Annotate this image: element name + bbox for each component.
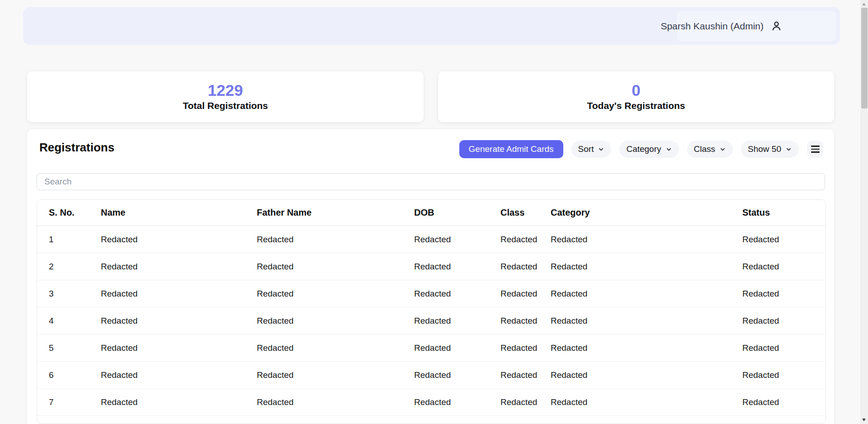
table-row[interactable]: 2 Redacted Redacted Redacted Redacted Re…	[37, 253, 826, 280]
cell-status: Redacted	[731, 280, 826, 307]
cell-category: Redacted	[539, 307, 731, 334]
page-title: Registrations	[39, 141, 114, 155]
cell-sno: 3	[37, 280, 89, 307]
table-row[interactable]: 3 Redacted Redacted Redacted Redacted Re…	[37, 280, 826, 307]
todays-registrations-card: 0 Today's Registrations	[438, 71, 834, 122]
show-count-dropdown[interactable]: Show 50	[741, 141, 799, 158]
chevron-down-icon	[665, 146, 672, 153]
cell-category: Redacted	[539, 389, 731, 416]
scrollbar-down-arrow-icon[interactable]	[862, 419, 866, 421]
cell-status: Redacted	[731, 307, 826, 334]
category-dropdown-label: Category	[626, 144, 661, 154]
registrations-table: S. No. Name Father Name DOB Class Catego…	[37, 199, 826, 424]
total-registrations-label: Total Registrations	[183, 100, 268, 111]
cell-name: Redacted	[89, 226, 245, 253]
cell-dob: Redacted	[402, 307, 489, 334]
table-header-row: S. No. Name Father Name DOB Class Catego…	[37, 200, 826, 226]
cell-name: Redacted	[89, 334, 245, 362]
cell-dob: Redacted	[402, 280, 489, 307]
menu-button[interactable]	[807, 141, 823, 158]
cell-class: Redacted	[489, 334, 539, 362]
cell-dob: Redacted	[402, 334, 489, 362]
scrollbar-up-arrow-icon[interactable]	[862, 3, 866, 5]
cell-sno: 2	[37, 253, 89, 280]
cell-dob: Redacted	[402, 362, 489, 389]
cell-class: Redacted	[489, 389, 539, 416]
cell-class: Redacted	[489, 362, 539, 389]
cell-category: Redacted	[539, 362, 731, 389]
search-input[interactable]	[37, 173, 825, 190]
cell-name: Redacted	[89, 253, 245, 280]
cell-dob: Redacted	[402, 226, 489, 253]
column-header-status: Status	[731, 200, 826, 226]
column-header-sno: S. No.	[37, 200, 89, 226]
table-controls: Generate Admit Cards Sort Category Class…	[459, 140, 823, 158]
cell-status: Redacted	[731, 226, 826, 253]
todays-registrations-value: 0	[632, 82, 640, 98]
registrations-panel: Registrations Generate Admit Cards Sort …	[27, 129, 834, 424]
cell-name: Redacted	[89, 280, 245, 307]
cell-name: Redacted	[89, 389, 245, 416]
cell-class: Redacted	[489, 253, 539, 280]
cell-name: Redacted	[89, 362, 245, 389]
scrollbar-track[interactable]	[860, 0, 868, 424]
cell-class: Redacted	[489, 307, 539, 334]
cell-father-name: Redacted	[245, 334, 402, 362]
table-row-partial	[37, 416, 826, 423]
cell-father-name: Redacted	[245, 389, 402, 416]
sort-dropdown-label: Sort	[578, 144, 594, 154]
chevron-down-icon	[598, 146, 604, 153]
cell-name: Redacted	[89, 307, 245, 334]
table-row[interactable]: 4 Redacted Redacted Redacted Redacted Re…	[37, 307, 826, 334]
show-count-dropdown-label: Show 50	[748, 144, 781, 154]
cell-dob: Redacted	[402, 253, 489, 280]
column-header-name: Name	[89, 200, 245, 226]
chevron-down-icon	[785, 146, 792, 153]
cell-category: Redacted	[539, 226, 731, 253]
class-dropdown[interactable]: Class	[687, 141, 733, 158]
scrollbar-thumb[interactable]	[861, 8, 868, 108]
cell-father-name: Redacted	[245, 280, 402, 307]
hamburger-icon	[811, 146, 820, 153]
cell-category: Redacted	[539, 253, 731, 280]
table-row[interactable]: 5 Redacted Redacted Redacted Redacted Re…	[37, 334, 826, 362]
column-header-dob: DOB	[402, 200, 489, 226]
top-bar: Sparsh Kaushin (Admin)	[23, 7, 840, 45]
cell-status: Redacted	[731, 362, 826, 389]
cell-sno: 6	[37, 362, 89, 389]
cell-class: Redacted	[489, 226, 539, 253]
sort-dropdown[interactable]: Sort	[571, 141, 612, 158]
cell-sno: 5	[37, 334, 89, 362]
table-row[interactable]: 1 Redacted Redacted Redacted Redacted Re…	[37, 226, 826, 253]
cell-father-name: Redacted	[245, 307, 402, 334]
table-row[interactable]: 6 Redacted Redacted Redacted Redacted Re…	[37, 362, 826, 389]
cell-dob: Redacted	[402, 389, 489, 416]
cell-status: Redacted	[731, 389, 826, 416]
cell-sno: 7	[37, 389, 89, 416]
cell-sno: 1	[37, 226, 89, 253]
cell-status: Redacted	[731, 253, 826, 280]
table-row[interactable]: 7 Redacted Redacted Redacted Redacted Re…	[37, 389, 826, 416]
class-dropdown-label: Class	[694, 144, 716, 154]
cell-category: Redacted	[539, 280, 731, 307]
column-header-father-name: Father Name	[245, 200, 402, 226]
cell-sno: 4	[37, 307, 89, 334]
cell-father-name: Redacted	[245, 362, 402, 389]
column-header-category: Category	[539, 200, 731, 226]
cell-class: Redacted	[489, 280, 539, 307]
user-icon	[770, 20, 783, 32]
cell-father-name: Redacted	[245, 253, 402, 280]
cell-category: Redacted	[539, 334, 731, 362]
total-registrations-card: 1229 Total Registrations	[27, 71, 424, 122]
user-name: Sparsh Kaushin (Admin)	[660, 21, 764, 32]
user-menu[interactable]: Sparsh Kaushin (Admin)	[677, 11, 836, 41]
cell-father-name: Redacted	[245, 226, 402, 253]
todays-registrations-label: Today's Registrations	[587, 100, 685, 111]
total-registrations-value: 1229	[208, 82, 243, 98]
generate-admit-cards-button[interactable]: Generate Admit Cards	[459, 140, 563, 158]
category-dropdown[interactable]: Category	[619, 141, 679, 158]
cell-status: Redacted	[731, 334, 826, 362]
column-header-class: Class	[489, 200, 539, 226]
chevron-down-icon	[719, 146, 726, 153]
